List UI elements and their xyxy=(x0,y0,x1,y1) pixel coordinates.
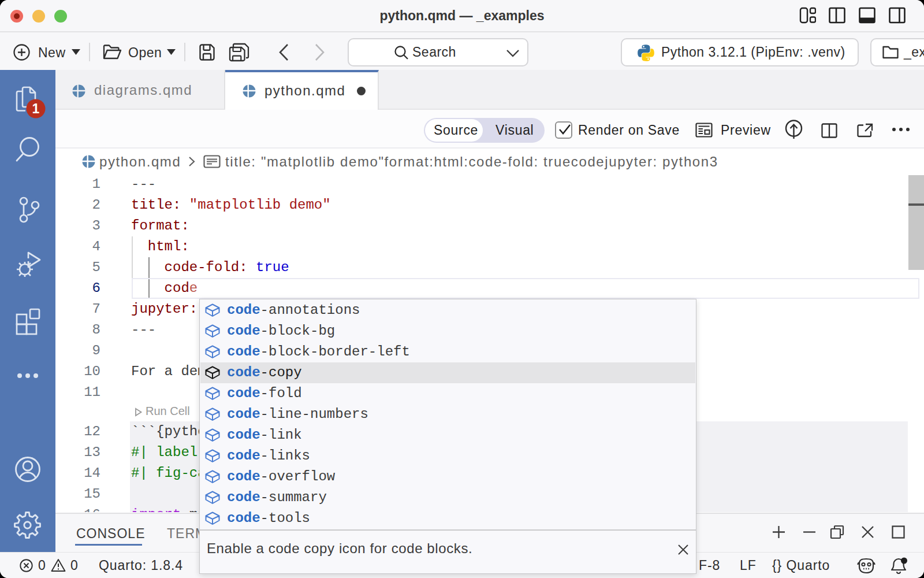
svg-text:1: 1 xyxy=(32,101,40,116)
